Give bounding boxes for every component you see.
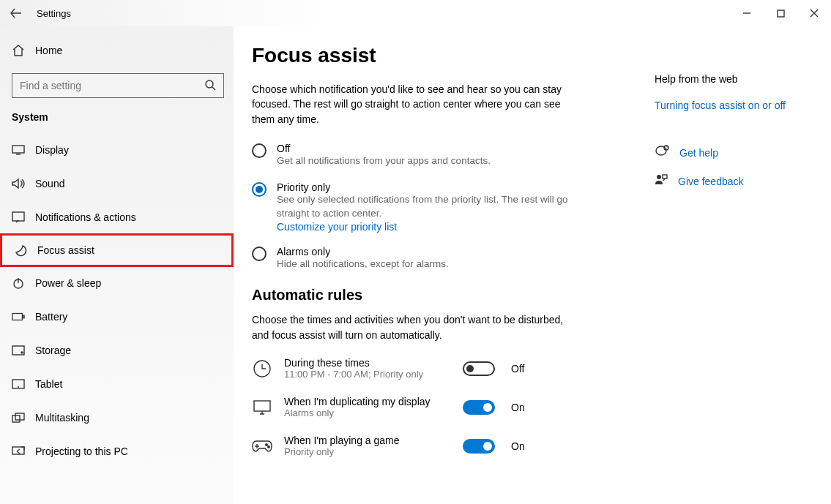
home-label: Home [35,45,62,56]
help-link-focus-assist[interactable]: Turning focus assist on or off [655,99,823,111]
maximize-button[interactable] [764,0,797,26]
toggle-state: On [511,440,525,452]
search-input[interactable] [20,80,198,91]
svg-rect-6 [23,315,24,318]
notifications-icon [12,211,25,223]
svg-rect-3 [12,212,24,221]
projecting-icon [12,446,25,456]
svg-point-1 [206,80,213,88]
sidebar: Home System Display Sound [0,26,234,504]
radio-off[interactable] [252,143,267,158]
get-help-link[interactable]: Get help [679,147,718,159]
option-priority-label: Priority only [277,181,592,193]
rule-title: When I'm playing a game [284,435,451,446]
rule-sub: 11:00 PM - 7:00 AM; Priority only [284,369,451,380]
rule-sub: Priority only [284,446,451,457]
sidebar-item-tablet[interactable]: Tablet [0,367,234,401]
help-heading: Help from the web [655,73,823,85]
radio-alarms[interactable] [252,247,267,261]
sidebar-item-label: Storage [35,345,71,356]
sidebar-item-label: Projecting to this PC [35,445,128,457]
back-button[interactable] [0,0,32,26]
sidebar-item-sound[interactable]: Sound [0,167,234,200]
rule-duplicating-display[interactable]: When I'm duplicating my display Alarms o… [252,396,633,418]
svg-rect-10 [12,415,20,422]
rule-playing-game[interactable]: When I'm playing a game Priority only On [252,435,633,457]
minimize-button[interactable] [730,0,764,26]
focus-assist-icon [14,244,27,257]
close-button[interactable] [797,0,831,26]
sidebar-item-multitasking[interactable]: Multitasking [0,401,234,435]
tablet-icon [12,379,25,389]
svg-point-8 [21,352,23,353]
feedback-icon [655,173,668,189]
get-help-row[interactable]: ? Get help [655,145,823,160]
search-icon [204,79,216,93]
get-help-icon: ? [655,145,669,160]
rule-title: During these times [284,357,451,369]
display-icon [12,145,25,155]
sidebar-section-title: System [0,108,234,133]
toggle-duplicating[interactable] [463,400,495,415]
svg-point-15 [266,443,268,445]
svg-point-20 [657,175,661,179]
give-feedback-link[interactable]: Give feedback [678,176,744,187]
option-priority[interactable]: Priority only See only selected notifica… [252,181,633,233]
sidebar-item-label: Multitasking [35,412,89,424]
sidebar-item-battery[interactable]: Battery [0,300,234,334]
sidebar-item-storage[interactable]: Storage [0,334,234,367]
svg-point-16 [268,445,270,448]
sidebar-item-label: Sound [35,178,64,189]
battery-icon [12,312,25,321]
sidebar-item-label: Notifications & actions [35,211,136,223]
toggle-during-times[interactable] [463,361,495,376]
gamepad-icon [252,440,272,453]
toggle-state: Off [511,363,524,375]
home-nav[interactable]: Home [0,34,234,67]
sidebar-item-label: Display [35,144,69,156]
sidebar-item-label: Focus assist [37,244,94,256]
toggle-state: On [511,402,525,413]
toggle-gaming[interactable] [463,439,495,454]
storage-icon [12,345,25,356]
sidebar-item-label: Power & sleep [35,277,101,289]
titlebar: Settings [0,0,831,26]
option-priority-sub: See only selected notifications from the… [277,193,592,221]
rule-title: When I'm duplicating my display [284,396,451,407]
sidebar-item-projecting[interactable]: Projecting to this PC [0,435,234,468]
option-off[interactable]: Off Get all notifications from your apps… [252,143,633,168]
rule-sub: Alarms only [284,407,451,418]
sidebar-item-label: Battery [35,311,67,323]
home-icon [12,44,25,57]
clock-icon [252,359,272,378]
search-input-wrap[interactable] [12,73,224,98]
automatic-rules-description: Choose the times and activities when you… [252,312,574,342]
option-alarms[interactable]: Alarms only Hide all notifications, exce… [252,246,633,271]
page-description: Choose which notification you'd like to … [252,82,574,127]
svg-text:?: ? [666,146,668,150]
window-title: Settings [37,8,71,19]
sidebar-item-focus-assist[interactable]: Focus assist [0,233,234,267]
multitasking-icon [12,413,25,423]
power-icon [12,277,25,289]
automatic-rules-heading: Automatic rules [252,287,633,304]
sound-icon [12,178,25,189]
main-content: Focus assist Choose which notification y… [234,26,831,504]
customize-priority-link[interactable]: Customize your priority list [277,221,592,233]
sidebar-item-notifications[interactable]: Notifications & actions [0,200,234,234]
page-title: Focus assist [252,44,633,67]
give-feedback-row[interactable]: Give feedback [655,173,823,189]
svg-rect-0 [778,10,784,17]
sidebar-item-power-sleep[interactable]: Power & sleep [0,266,234,300]
option-alarms-sub: Hide all notifications, except for alarm… [277,257,449,271]
rule-during-times[interactable]: During these times 11:00 PM - 7:00 AM; P… [252,357,633,380]
option-off-sub: Get all notifications from your apps and… [277,154,491,168]
svg-rect-2 [12,146,24,153]
svg-rect-21 [663,175,667,178]
radio-priority[interactable] [252,182,267,197]
option-off-label: Off [277,143,491,154]
svg-point-17 [656,146,666,155]
sidebar-item-display[interactable]: Display [0,133,234,167]
svg-rect-5 [12,314,23,320]
sidebar-item-label: Tablet [35,378,62,390]
